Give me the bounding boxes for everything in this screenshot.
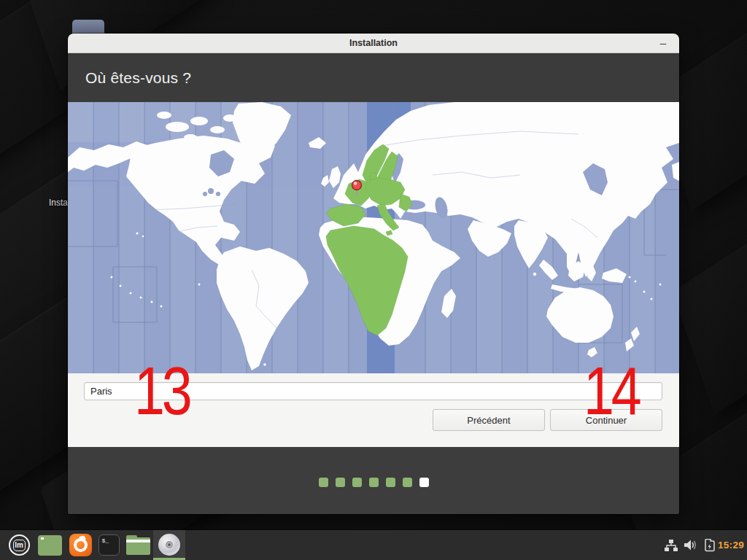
taskbar-clock[interactable]: 15:29	[717, 530, 745, 560]
wallpaper-shape	[673, 190, 747, 414]
progress-dot-done	[319, 478, 328, 487]
mint-menu-button[interactable]: lm	[6, 530, 32, 560]
city-input[interactable]	[84, 382, 662, 400]
continue-button[interactable]: Continuer	[550, 409, 662, 431]
installer-window: Installation – Où êtes-vous ?	[68, 34, 679, 514]
power-icon	[704, 539, 715, 552]
progress-dot-done	[352, 478, 362, 487]
network-tray-button[interactable]	[662, 530, 680, 560]
terminal-launcher[interactable]: $_	[96, 530, 121, 560]
show-desktop-button[interactable]	[36, 530, 63, 560]
volume-icon	[684, 539, 697, 551]
mint-logo-icon: lm	[9, 534, 30, 556]
progress-dot-done	[336, 478, 345, 487]
installer-taskbar-button[interactable]	[153, 530, 185, 560]
folder-icon	[126, 535, 150, 555]
installer-disc-icon	[158, 534, 180, 556]
timezone-map[interactable]	[68, 102, 679, 373]
files-launcher[interactable]	[124, 530, 152, 560]
back-button[interactable]: Précédent	[433, 409, 545, 431]
page-title: Où êtes-vous ?	[85, 69, 191, 87]
form-area: Précédent Continuer	[68, 373, 679, 447]
terminal-icon: $_	[98, 534, 120, 556]
firefox-icon	[69, 534, 92, 556]
desktop-icon-label: Insta	[40, 198, 68, 209]
taskbar: lm $_	[0, 530, 747, 560]
minimize-button[interactable]: –	[657, 34, 669, 52]
show-desktop-icon	[38, 535, 62, 556]
progress-dot-current	[419, 478, 429, 487]
volume-tray-button[interactable]	[681, 530, 699, 560]
progress-dot-done	[386, 478, 395, 487]
titlebar[interactable]: Installation –	[68, 34, 679, 53]
progress-dot-done	[403, 478, 412, 487]
network-icon	[665, 540, 678, 551]
power-tray-button[interactable]	[700, 530, 718, 560]
progress-dot-done	[369, 478, 379, 487]
progress-footer	[68, 447, 679, 514]
window-title: Installation	[68, 34, 679, 53]
firefox-launcher[interactable]	[67, 530, 93, 560]
page-header: Où êtes-vous ?	[68, 53, 679, 102]
arctic-light	[68, 102, 243, 142]
progress-dots	[319, 478, 429, 487]
